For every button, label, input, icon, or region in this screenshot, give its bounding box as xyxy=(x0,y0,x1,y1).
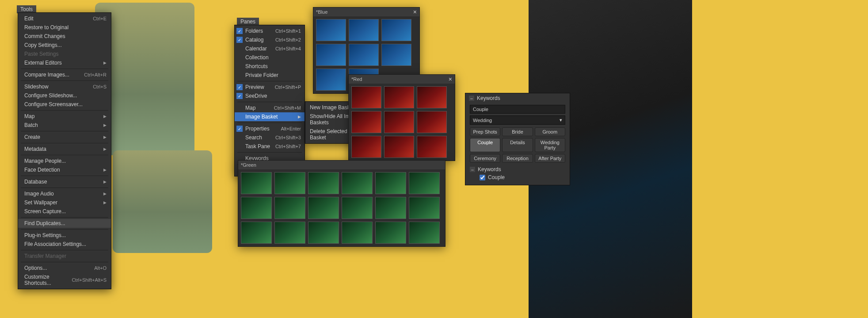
menu-item-label: Paste Settings xyxy=(24,51,58,57)
thumbnail[interactable] xyxy=(409,222,440,244)
menu-item[interactable]: Find Duplicates... xyxy=(18,219,111,228)
keywords-panel: – Keywords Wedding ▾ Prep ShotsBrideGroo… xyxy=(465,93,570,185)
menu-item[interactable]: Screen Capture... xyxy=(18,207,111,216)
thumbnail[interactable] xyxy=(241,222,272,244)
menu-item[interactable]: Metadata▶ xyxy=(18,145,111,153)
menu-item[interactable]: Commit Changes xyxy=(18,32,111,41)
basket-blue-label: *Blue xyxy=(316,9,327,15)
close-icon[interactable]: × xyxy=(449,76,452,82)
keyword-tag[interactable]: Ceremony xyxy=(470,154,500,163)
thumbnail[interactable] xyxy=(351,136,381,158)
panes-item[interactable]: ✓FoldersCtrl+Shift+1 xyxy=(235,27,305,35)
basket-blue-title[interactable]: *Blue × xyxy=(313,8,419,16)
menu-item[interactable]: SlideshowCtrl+S xyxy=(18,82,111,91)
thumbnail[interactable] xyxy=(349,44,379,66)
close-icon[interactable]: × xyxy=(413,9,417,15)
panes-item[interactable]: Private Folder xyxy=(235,71,305,80)
panes-item[interactable]: Image Basket▶ xyxy=(235,112,305,121)
thumbnail[interactable] xyxy=(274,172,305,194)
menu-item[interactable]: Face Detection▶ xyxy=(18,165,111,174)
menu-item[interactable]: Customize Shortcuts...Ctrl+Shift+Alt+S xyxy=(18,272,111,287)
menu-item[interactable]: Map▶ xyxy=(18,112,111,121)
menu-item[interactable]: Restore to Original xyxy=(18,23,111,32)
panes-item[interactable]: ✓CatalogCtrl+Shift+2 xyxy=(235,35,305,44)
keyword-tag[interactable]: Bride xyxy=(502,127,533,136)
thumbnail[interactable] xyxy=(417,86,447,108)
thumbnail[interactable] xyxy=(375,222,406,244)
thumbnail[interactable] xyxy=(342,197,373,219)
menu-item[interactable]: External Editors▶ xyxy=(18,58,111,67)
thumbnail[interactable] xyxy=(417,136,447,158)
menu-item[interactable]: File Association Settings... xyxy=(18,240,111,249)
menu-shortcut: Ctrl+Shift+M xyxy=(274,105,301,111)
keyword-tag[interactable]: Couple xyxy=(470,138,500,152)
panes-item[interactable]: ✓SeeDrive xyxy=(235,92,305,100)
thumbnail[interactable] xyxy=(274,222,305,244)
thumbnail[interactable] xyxy=(384,136,414,158)
thumbnail[interactable] xyxy=(384,111,414,133)
thumbnail[interactable] xyxy=(375,172,406,194)
keyword-checkbox[interactable] xyxy=(480,175,485,180)
menu-item-label: Create xyxy=(24,134,40,140)
panes-item[interactable]: CalendarCtrl+Shift+4 xyxy=(235,44,305,53)
keyword-tag[interactable]: After Party xyxy=(535,154,565,163)
keyword-tag[interactable]: Prep Shots xyxy=(470,127,500,136)
menu-item-label: Configure Screensaver... xyxy=(24,101,83,107)
thumbnail[interactable] xyxy=(351,86,381,108)
collapse-icon[interactable]: – xyxy=(469,96,474,101)
menu-item[interactable]: Options...Alt+O xyxy=(18,264,111,272)
collapse-icon[interactable]: – xyxy=(470,167,475,172)
keyword-checkbox-label: Couple xyxy=(488,174,505,180)
thumbnail[interactable] xyxy=(351,111,381,133)
menu-item[interactable]: Batch▶ xyxy=(18,121,111,130)
thumbnail[interactable] xyxy=(409,172,440,194)
thumbnail[interactable] xyxy=(349,19,379,41)
panes-item[interactable]: Shortcuts xyxy=(235,62,305,71)
menu-item[interactable]: Configure Screensaver... xyxy=(18,100,111,109)
menu-item[interactable]: Compare Images...Ctrl+Alt+R xyxy=(18,70,111,79)
thumbnail[interactable] xyxy=(409,197,440,219)
thumbnail[interactable] xyxy=(375,197,406,219)
menu-item[interactable]: Plug-in Settings... xyxy=(18,231,111,240)
keywords-preset-select[interactable]: Wedding ▾ xyxy=(470,115,565,125)
panes-item[interactable]: Task PaneCtrl+Shift+7 xyxy=(235,142,305,151)
keyword-tag[interactable]: Wedding Party xyxy=(535,138,565,152)
thumbnail[interactable] xyxy=(384,86,414,108)
panes-item[interactable]: SearchCtrl+Shift+3 xyxy=(235,133,305,142)
menu-item[interactable]: Configure Slideshow... xyxy=(18,91,111,100)
panes-item[interactable]: Collection xyxy=(235,53,305,62)
menu-item[interactable]: Set Wallpaper▶ xyxy=(18,198,111,207)
thumbnail[interactable] xyxy=(308,197,339,219)
thumbnail[interactable] xyxy=(381,44,411,66)
thumbnail[interactable] xyxy=(316,19,346,41)
panes-item[interactable]: ✓PropertiesAlt+Enter xyxy=(235,124,305,133)
thumbnail[interactable] xyxy=(342,172,373,194)
keyword-tag[interactable]: Groom xyxy=(535,127,565,136)
thumbnail[interactable] xyxy=(308,222,339,244)
thumbnail[interactable] xyxy=(342,222,373,244)
thumbnail[interactable] xyxy=(417,111,447,133)
menu-item[interactable]: EditCtrl+E xyxy=(18,14,111,23)
menu-item[interactable]: Manage People... xyxy=(18,157,111,165)
thumbnail[interactable] xyxy=(241,172,272,194)
keyword-tag[interactable]: Details xyxy=(502,138,533,152)
thumbnail[interactable] xyxy=(316,69,346,91)
keyword-tag[interactable]: Reception xyxy=(502,154,533,163)
thumbnail[interactable] xyxy=(381,19,411,41)
thumbnail[interactable] xyxy=(308,172,339,194)
thumbnail[interactable] xyxy=(316,44,346,66)
menu-item[interactable]: Copy Settings... xyxy=(18,41,111,50)
menu-shortcut: Ctrl+Shift+3 xyxy=(275,135,301,140)
menu-item[interactable]: Image Audio▶ xyxy=(18,189,111,198)
thumbnail[interactable] xyxy=(274,197,305,219)
basket-red-title[interactable]: *Red × xyxy=(349,75,455,84)
menu-item-label: Edit xyxy=(24,15,34,22)
menu-item[interactable]: Create▶ xyxy=(18,133,111,142)
keywords-input[interactable] xyxy=(470,105,565,114)
menu-item[interactable]: Database▶ xyxy=(18,177,111,186)
menu-item-label: External Editors xyxy=(24,60,62,66)
panes-item[interactable]: ✓PreviewCtrl+Shift+P xyxy=(235,83,305,92)
panes-item[interactable]: MapCtrl+Shift+M xyxy=(235,103,305,112)
basket-green-title[interactable]: *Green xyxy=(238,161,445,169)
thumbnail[interactable] xyxy=(241,197,272,219)
